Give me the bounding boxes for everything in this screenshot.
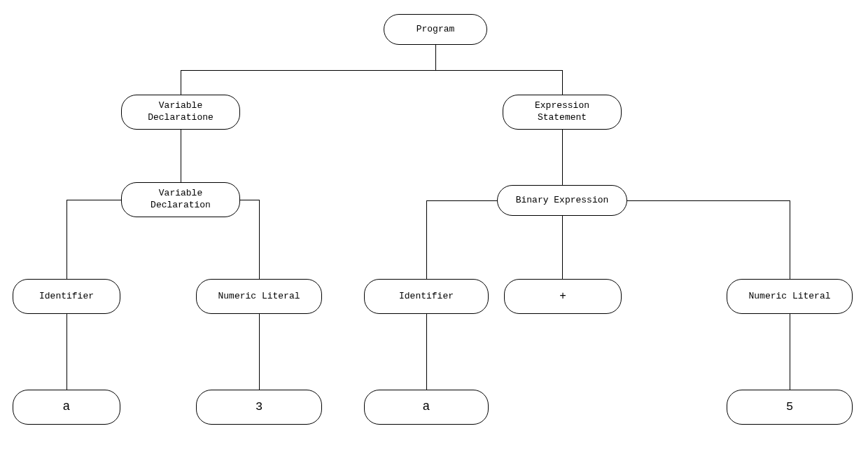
node-a-1: a xyxy=(13,390,120,425)
node-identifier-2: Identifier xyxy=(364,279,489,314)
connector xyxy=(562,130,563,185)
node-label: Identifier xyxy=(39,291,94,303)
connector xyxy=(240,200,260,200)
node-label: 3 xyxy=(255,399,262,415)
node-numeric-literal-1: Numeric Literal xyxy=(196,279,322,314)
connector xyxy=(562,216,563,279)
connector xyxy=(435,45,436,70)
node-label: 5 xyxy=(786,399,793,415)
node-label: Variable Declaration xyxy=(150,188,211,212)
connector xyxy=(66,200,121,200)
connector xyxy=(181,70,181,95)
node-variable-declarations: Variable Declaratione xyxy=(121,95,240,130)
connector xyxy=(66,314,67,390)
connector xyxy=(426,200,427,279)
connector xyxy=(259,314,260,390)
connector xyxy=(426,314,427,390)
connector xyxy=(259,200,260,279)
node-label: a xyxy=(423,399,430,415)
node-a-2: a xyxy=(364,390,489,425)
node-three: 3 xyxy=(196,390,322,425)
node-label: + xyxy=(559,289,566,304)
connector xyxy=(66,200,67,279)
node-expression-statement: Expression Statement xyxy=(503,95,622,130)
connector xyxy=(181,130,181,182)
connector xyxy=(181,70,562,71)
node-plus: + xyxy=(504,279,622,314)
node-five: 5 xyxy=(727,390,853,425)
node-binary-expression: Binary Expression xyxy=(497,185,627,216)
node-label: Variable Declaratione xyxy=(148,100,214,124)
node-label: Numeric Literal xyxy=(748,291,830,303)
node-identifier-1: Identifier xyxy=(13,279,120,314)
connector xyxy=(790,200,790,279)
node-label: Expression Statement xyxy=(535,100,589,124)
node-variable-declaration: Variable Declaration xyxy=(121,182,240,217)
node-label: Numeric Literal xyxy=(218,291,300,303)
node-label: Binary Expression xyxy=(516,195,609,207)
node-label: Identifier xyxy=(399,291,454,303)
connector xyxy=(790,314,790,390)
node-numeric-literal-2: Numeric Literal xyxy=(727,279,853,314)
node-label: Program xyxy=(416,24,455,36)
connector xyxy=(562,70,563,95)
connector xyxy=(426,200,497,201)
connector xyxy=(627,200,790,201)
node-program: Program xyxy=(384,14,487,45)
node-label: a xyxy=(63,399,71,415)
